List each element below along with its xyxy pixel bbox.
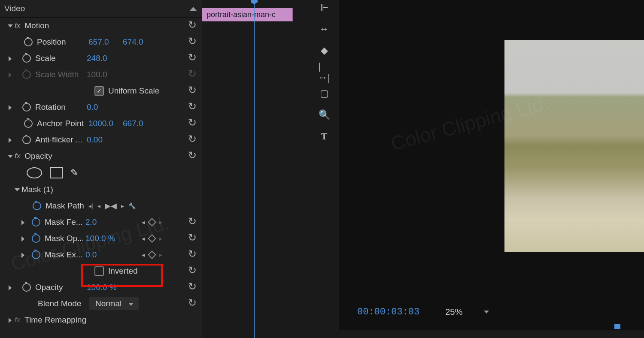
ellipse-mask-icon[interactable]: [27, 167, 42, 178]
mask-header[interactable]: Mask (1): [0, 181, 202, 198]
position-x-value[interactable]: 657.0: [88, 37, 123, 47]
stopwatch-icon[interactable]: [22, 103, 31, 112]
preview-frame[interactable]: [504, 40, 644, 252]
twirl-icon[interactable]: [8, 138, 12, 142]
collapse-arrow-icon[interactable]: [190, 7, 197, 11]
prev-kf-icon[interactable]: ◂: [142, 235, 145, 242]
scrub-bar[interactable]: [348, 326, 644, 329]
stopwatch-icon[interactable]: [24, 119, 33, 128]
stopwatch-icon[interactable]: [32, 234, 40, 243]
twirl-icon[interactable]: [8, 105, 12, 109]
clip-bar[interactable]: portrait-asian-man-c: [202, 8, 293, 21]
stopwatch-icon[interactable]: [22, 283, 31, 292]
reset-icon[interactable]: [188, 267, 197, 275]
opacity-property: Opacity 100.0 %: [0, 279, 202, 296]
snap-icon[interactable]: ⊩: [318, 2, 330, 14]
reset-icon[interactable]: [188, 21, 197, 30]
twirl-icon[interactable]: [21, 236, 25, 241]
mask-opacity-value[interactable]: 100.0 %: [85, 234, 120, 243]
twirl-icon[interactable]: [8, 56, 12, 60]
reset-icon[interactable]: [188, 152, 197, 160]
fx-icon[interactable]: fx: [15, 152, 20, 160]
stopwatch-icon[interactable]: [22, 136, 31, 144]
reset-icon[interactable]: [188, 103, 197, 112]
type-icon[interactable]: T: [318, 130, 330, 142]
reset-icon[interactable]: [188, 234, 197, 243]
add-keyframe-icon[interactable]: [148, 218, 156, 226]
reset-icon[interactable]: [188, 218, 197, 226]
uniform-scale-label: Uniform Scale: [108, 86, 159, 96]
next-kf-icon[interactable]: ▸: [159, 219, 162, 226]
mask-expansion-value[interactable]: 0.0: [85, 250, 120, 260]
fx-icon[interactable]: fx: [15, 316, 20, 324]
zoom-dropdown[interactable]: 25%: [445, 307, 489, 317]
next-kf-icon[interactable]: ▸: [159, 251, 162, 258]
twirl-icon[interactable]: [8, 154, 12, 158]
blend-mode-dropdown[interactable]: Normal: [89, 297, 139, 310]
reset-icon[interactable]: [188, 38, 197, 46]
reset-icon[interactable]: [188, 87, 197, 95]
time-remapping-header[interactable]: fx Time Remapping: [0, 312, 202, 328]
anchor-x-value[interactable]: 1000.0: [88, 119, 123, 128]
mask-expansion-label: Mask Ex...: [45, 250, 85, 260]
effect-controls-panel: Video fx Motion Position 657.0 674.0 Sca…: [0, 0, 202, 338]
video-section-header[interactable]: Video: [0, 0, 202, 18]
add-keyframe-icon[interactable]: [148, 234, 156, 243]
anchor-y-value[interactable]: 667.0: [123, 119, 157, 128]
play-icon[interactable]: ▶◀: [105, 201, 117, 211]
stopwatch-icon[interactable]: [32, 250, 40, 259]
scale-property: Scale 248.0: [0, 50, 202, 66]
wrench-icon[interactable]: 🔧: [128, 202, 136, 209]
prev-keyframe-icon[interactable]: ◂|: [88, 202, 93, 209]
reset-icon[interactable]: [188, 136, 197, 144]
reset-icon[interactable]: [188, 250, 197, 259]
reset-icon[interactable]: [188, 54, 197, 63]
twirl-icon[interactable]: [21, 220, 25, 224]
reset-icon[interactable]: [188, 119, 197, 128]
twirl-icon[interactable]: [8, 318, 12, 322]
uniform-scale-checkbox[interactable]: [94, 86, 104, 96]
ripple-icon[interactable]: ↔: [318, 23, 330, 35]
next-kf-icon[interactable]: ▸: [159, 235, 162, 242]
stopwatch-icon[interactable]: [24, 38, 33, 46]
effect-timeline[interactable]: portrait-asian-man-c: [202, 0, 313, 338]
twirl-icon[interactable]: [8, 24, 12, 28]
playhead[interactable]: [254, 0, 255, 338]
motion-effect-header[interactable]: fx Motion: [0, 18, 202, 34]
prev-kf-icon[interactable]: ◂: [142, 251, 145, 258]
stopwatch-icon[interactable]: [32, 218, 40, 226]
slip-icon[interactable]: |↔|: [318, 66, 330, 78]
timecode-display[interactable]: 00:00:03:03: [357, 307, 419, 317]
mask-feather-value[interactable]: 2.0: [85, 217, 120, 227]
zoom-icon[interactable]: 🔍: [318, 109, 330, 121]
razor-icon[interactable]: ◆: [318, 45, 330, 57]
position-y-value[interactable]: 674.0: [123, 37, 157, 47]
scale-value[interactable]: 248.0: [87, 54, 121, 63]
opacity-value[interactable]: 100.0 %: [87, 283, 121, 292]
prev-frame-icon[interactable]: ◂: [97, 202, 100, 209]
reset-icon[interactable]: [188, 299, 197, 308]
antiflicker-value[interactable]: 0.00: [87, 135, 121, 145]
stopwatch-icon[interactable]: [33, 202, 41, 210]
twirl-icon[interactable]: [15, 187, 19, 192]
mask-path-label: Mask Path: [46, 201, 85, 211]
scale-width-value: 100.0: [87, 70, 121, 79]
rectangle-icon[interactable]: ▢: [318, 88, 330, 100]
twirl-icon[interactable]: [21, 253, 25, 257]
scrub-thumb[interactable]: [614, 324, 620, 329]
blend-mode-value: Normal: [95, 299, 122, 308]
next-frame-icon[interactable]: ▸: [121, 202, 124, 209]
rect-mask-icon[interactable]: [50, 167, 63, 178]
stopwatch-icon[interactable]: [22, 54, 31, 63]
opacity-effect-header[interactable]: fx Opacity: [0, 148, 202, 164]
add-keyframe-icon[interactable]: [148, 250, 156, 259]
inverted-checkbox[interactable]: [94, 266, 104, 276]
motion-title: Motion: [24, 21, 49, 30]
anchor-label: Anchor Point: [37, 119, 88, 128]
fx-icon[interactable]: fx: [15, 21, 20, 30]
reset-icon[interactable]: [188, 283, 197, 292]
rotation-value[interactable]: 0.0: [87, 103, 121, 112]
prev-kf-icon[interactable]: ◂: [142, 219, 145, 226]
twirl-icon[interactable]: [8, 285, 12, 290]
pen-mask-icon[interactable]: ✎: [70, 167, 78, 178]
